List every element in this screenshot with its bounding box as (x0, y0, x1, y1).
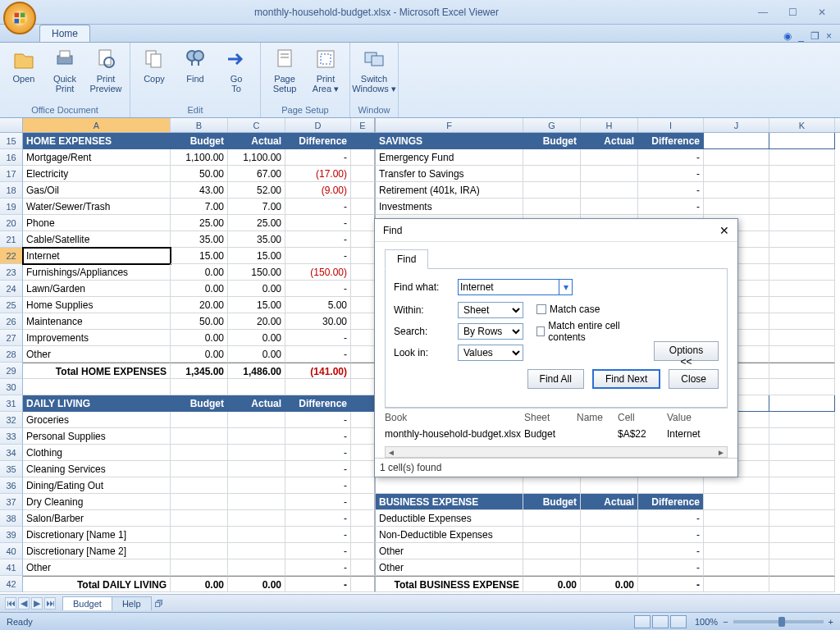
cell[interactable] (581, 477, 638, 494)
col-header[interactable]: D (285, 118, 351, 132)
cell[interactable] (351, 330, 376, 346)
row-header[interactable]: 31 (0, 395, 23, 412)
results-scrollbar[interactable]: ◄► (385, 446, 728, 458)
cell[interactable] (351, 199, 376, 215)
col-header[interactable]: B (171, 118, 228, 132)
app-minimize-icon[interactable]: _ (798, 30, 804, 42)
cell[interactable] (351, 149, 376, 166)
cell[interactable] (769, 149, 835, 166)
cell[interactable] (769, 215, 835, 231)
cell[interactable]: 1,100.00 (228, 149, 285, 166)
cell[interactable]: Investments (376, 199, 523, 215)
row-header[interactable]: 17 (0, 166, 23, 182)
cell[interactable] (351, 445, 376, 461)
cell[interactable] (351, 510, 376, 527)
cell[interactable]: - (285, 494, 351, 510)
cell[interactable]: Other (23, 559, 171, 576)
find-tab[interactable]: Find (385, 249, 428, 269)
find-what-input[interactable]: Internet ▾ (458, 279, 573, 295)
cell[interactable] (228, 543, 285, 559)
cell[interactable]: (17.00) (285, 166, 351, 182)
cell[interactable] (638, 477, 704, 494)
row-header[interactable]: 26 (0, 313, 23, 330)
cell[interactable] (228, 477, 285, 494)
cell[interactable]: Phone (23, 215, 171, 231)
cell[interactable] (769, 182, 835, 199)
app-close-icon[interactable]: × (826, 30, 832, 42)
cell[interactable] (523, 527, 581, 543)
cell[interactable]: - (285, 231, 351, 248)
view-normal-icon[interactable] (634, 615, 651, 628)
cell[interactable] (769, 379, 835, 395)
row-header[interactable]: 41 (0, 559, 23, 576)
cell[interactable] (351, 231, 376, 248)
cell[interactable] (769, 231, 835, 248)
cell[interactable] (769, 543, 835, 559)
cell[interactable]: - (638, 149, 704, 166)
sheet-tab-budget[interactable]: Budget (62, 596, 112, 610)
cell[interactable] (171, 445, 228, 461)
cell[interactable] (581, 543, 638, 559)
cell[interactable] (351, 395, 376, 412)
help-icon[interactable]: ◉ (783, 30, 792, 42)
minimize-icon[interactable]: — (753, 7, 773, 18)
cell[interactable]: 25.00 (171, 215, 228, 231)
cell[interactable] (704, 477, 769, 494)
row-header[interactable]: 37 (0, 494, 23, 510)
cell[interactable]: Furnishings/Appliances (23, 264, 171, 281)
cell[interactable] (523, 182, 581, 199)
row-header[interactable]: 40 (0, 543, 23, 559)
cell[interactable]: 150.00 (228, 264, 285, 281)
cell[interactable]: Difference (285, 133, 351, 149)
sheet-nav-last-icon[interactable]: ⏭ (44, 597, 56, 609)
zoom-out-icon[interactable]: − (723, 617, 728, 627)
cell[interactable] (376, 477, 523, 494)
cell[interactable]: 0.00 (228, 576, 285, 592)
cell[interactable]: Clothing (23, 445, 171, 461)
cell[interactable]: Retirement (401k, IRA) (376, 182, 523, 199)
cell[interactable]: Cleaning Services (23, 461, 171, 477)
col-header[interactable]: A (23, 118, 171, 132)
cell[interactable]: 0.00 (581, 576, 638, 592)
cell[interactable] (769, 363, 835, 379)
col-header[interactable]: F (376, 118, 523, 132)
sheet-nav-next-icon[interactable]: ▶ (31, 597, 43, 609)
cell[interactable] (704, 576, 769, 592)
cell[interactable]: 20.00 (228, 313, 285, 330)
cell[interactable] (769, 412, 835, 428)
cell[interactable]: - (285, 428, 351, 445)
row-header[interactable]: 18 (0, 182, 23, 199)
cell[interactable] (23, 379, 171, 395)
col-header[interactable]: E (351, 118, 376, 132)
copy-button[interactable]: Copy (135, 44, 173, 84)
cell[interactable] (228, 428, 285, 445)
cell[interactable] (171, 379, 228, 395)
cell[interactable] (171, 510, 228, 527)
cell[interactable]: - (285, 543, 351, 559)
cell[interactable]: 0.00 (171, 281, 228, 297)
cell[interactable] (704, 494, 769, 510)
results-row[interactable]: monthly-household-budget.xlsxBudget$A$22… (385, 427, 728, 446)
row-header[interactable]: 39 (0, 527, 23, 543)
cell[interactable] (351, 412, 376, 428)
quick-print-button[interactable]: Quick Print (46, 44, 84, 94)
cell[interactable]: - (285, 248, 351, 264)
cell[interactable]: - (285, 559, 351, 576)
cell[interactable]: 0.00 (228, 281, 285, 297)
cell[interactable] (523, 199, 581, 215)
cell[interactable] (769, 477, 835, 494)
cell[interactable]: Water/Sewer/Trash (23, 199, 171, 215)
find-next-button[interactable]: Find Next (592, 369, 660, 389)
row-header[interactable]: 21 (0, 231, 23, 248)
cell[interactable]: - (285, 215, 351, 231)
row-header[interactable]: 25 (0, 297, 23, 313)
within-select[interactable]: Sheet (458, 302, 523, 318)
cell[interactable] (769, 510, 835, 527)
row-header[interactable]: 15 (0, 133, 23, 149)
cell[interactable] (351, 182, 376, 199)
row-header[interactable]: 32 (0, 412, 23, 428)
cell[interactable] (351, 527, 376, 543)
view-page-layout-icon[interactable] (652, 615, 669, 628)
cell[interactable]: - (638, 510, 704, 527)
options-button[interactable]: Options << (654, 341, 719, 361)
